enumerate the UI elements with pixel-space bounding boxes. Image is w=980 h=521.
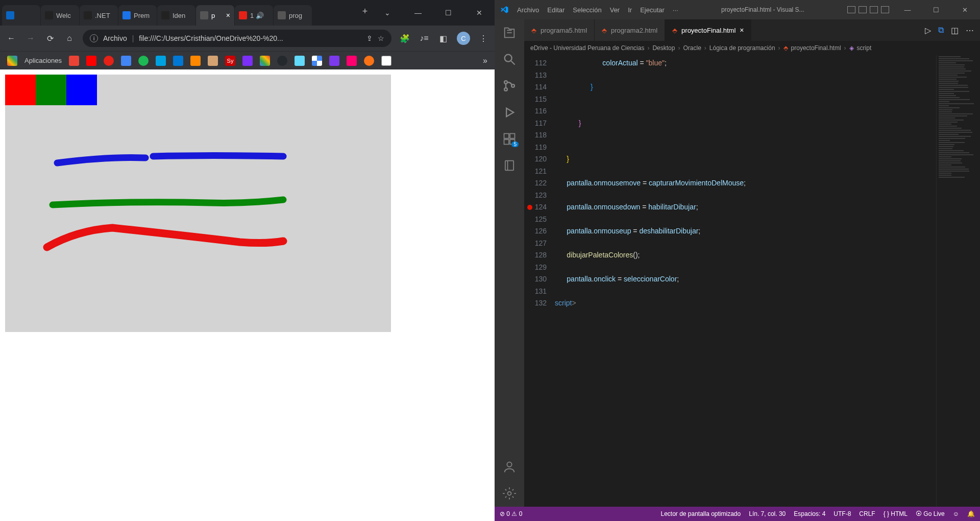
close-button[interactable]: ✕ <box>954 6 975 14</box>
star-icon[interactable]: ☆ <box>378 34 384 42</box>
menu-item[interactable]: Archivo <box>517 6 539 14</box>
close-button[interactable]: ✕ <box>464 3 495 23</box>
status-language[interactable]: { } HTML <box>884 510 908 517</box>
status-eol[interactable]: CRLF <box>859 510 875 517</box>
breadcrumb-segment[interactable]: script <box>857 44 872 52</box>
bookmark-icon[interactable] <box>260 56 270 66</box>
bookmark-icon[interactable]: Sy <box>225 56 235 66</box>
breadcrumb[interactable]: eDrive - Universidad Peruana de Ciencias… <box>524 41 980 55</box>
breadcrumb-segment[interactable]: proyectoFinal.html <box>791 44 841 52</box>
share-icon[interactable]: ⇪ <box>366 34 373 42</box>
apps-icon[interactable] <box>7 56 17 66</box>
minimize-button[interactable]: — <box>897 6 918 14</box>
new-tab-button[interactable]: + <box>358 4 372 18</box>
forward-button[interactable]: → <box>24 32 37 44</box>
bookmark-icon[interactable] <box>156 56 166 66</box>
menu-item[interactable]: ··· <box>673 6 678 14</box>
source-control-icon[interactable] <box>502 79 517 93</box>
menu-item[interactable]: Ejecutar <box>640 6 665 14</box>
split-editor-icon[interactable]: ◫ <box>951 26 959 35</box>
status-feedback-icon[interactable]: ☺ <box>953 510 959 517</box>
code-content[interactable]: colorActual = "blue"; } } } pantalla.onm… <box>555 55 936 507</box>
bookmark-icon[interactable] <box>190 56 201 66</box>
breadcrumb-segment[interactable]: Desktop <box>652 44 675 52</box>
layout-icons[interactable] <box>847 6 889 13</box>
bookmark-icon[interactable] <box>347 56 357 66</box>
overflow-icon[interactable]: » <box>483 56 487 65</box>
breadcrumb-segment[interactable]: Lógica de programación <box>709 44 775 52</box>
breakpoint-icon[interactable] <box>527 205 532 210</box>
code-editor[interactable]: 1121131141151161171181191201211221231241… <box>524 55 980 507</box>
extensions-icon[interactable]: 🧩 <box>399 32 411 44</box>
status-encoding[interactable]: UTF-8 <box>834 510 851 517</box>
browser-tab[interactable]: prog <box>274 5 312 26</box>
back-button[interactable]: ← <box>5 32 17 44</box>
status-errors[interactable]: ⊘ 0 ⚠ 0 <box>500 510 522 517</box>
chevron-down-icon[interactable]: ⌄ <box>372 3 403 23</box>
menu-item[interactable]: Selección <box>573 6 601 14</box>
reload-button[interactable]: ⟳ <box>44 32 56 44</box>
editor-tab[interactable]: ⬘programa2.html <box>595 19 665 41</box>
settings-gear-icon[interactable] <box>502 486 517 501</box>
bookmark-icon[interactable] <box>295 56 305 66</box>
bookmark-icon[interactable] <box>312 56 322 66</box>
run-icon[interactable]: ▷ <box>925 26 931 35</box>
explorer-icon[interactable] <box>502 26 517 40</box>
status-bell-icon[interactable]: 🔔 <box>967 510 975 517</box>
menu-icon[interactable]: ⋮ <box>477 32 489 44</box>
browser-tab[interactable]: Iden <box>157 5 195 26</box>
bookmark-icon[interactable] <box>121 56 131 66</box>
run-debug-icon[interactable] <box>502 105 517 120</box>
bookmark-icon[interactable] <box>277 56 287 66</box>
editor-tab[interactable]: ⬘proyectoFinal.html× <box>665 19 751 41</box>
menu-item[interactable]: Ir <box>628 6 632 14</box>
breadcrumb-segment[interactable]: Oracle <box>683 44 701 52</box>
drawing-canvas[interactable] <box>5 75 391 332</box>
editor-tab[interactable]: ⬘programa5.html <box>524 19 595 41</box>
bookmark-icon[interactable] <box>208 56 218 66</box>
minimap[interactable] <box>936 55 980 507</box>
sidepanel-icon[interactable]: ◧ <box>437 32 450 44</box>
close-icon[interactable]: × <box>740 26 744 34</box>
bookmark-icon[interactable] <box>138 56 149 66</box>
browser-tab[interactable]: .NET <box>80 5 118 26</box>
maximize-button[interactable]: ☐ <box>926 6 946 14</box>
home-button[interactable]: ⌂ <box>63 32 76 44</box>
status-cursor[interactable]: Lín. 7, col. 30 <box>749 510 786 517</box>
close-icon[interactable]: × <box>226 11 230 19</box>
bookmark-icon[interactable] <box>364 56 374 66</box>
apps-label[interactable]: Aplicaciones <box>24 57 62 64</box>
breadcrumb-segment[interactable]: eDrive - Universidad Peruana de Ciencias <box>530 44 644 52</box>
media-icon[interactable]: ♪≡ <box>418 32 430 44</box>
info-icon[interactable]: i <box>90 34 98 42</box>
search-icon[interactable] <box>502 52 517 66</box>
status-screenreader[interactable]: Lector de pantalla optimizado <box>660 510 741 517</box>
bookmark-icon[interactable] <box>242 56 253 66</box>
browser-tab[interactable]: Prem <box>118 5 157 26</box>
extensions-icon[interactable]: 5 <box>502 132 517 146</box>
account-icon[interactable] <box>502 460 517 474</box>
profile-avatar[interactable]: C <box>457 32 470 45</box>
bookmark-icon[interactable] <box>173 56 183 66</box>
bookmark-icon[interactable] <box>381 56 391 66</box>
maximize-button[interactable]: ☐ <box>433 3 464 23</box>
browser-tab[interactable]: 1 🔊 <box>235 5 273 26</box>
bookmark-icon[interactable] <box>69 56 79 66</box>
book-icon[interactable] <box>502 158 517 173</box>
browser-tab[interactable] <box>2 5 40 26</box>
menu-item[interactable]: Ver <box>610 6 620 14</box>
minimize-button[interactable]: — <box>403 3 433 23</box>
address-bar[interactable]: i Archivo | file:///C:/Users/Cristhian/O… <box>83 30 391 47</box>
bookmark-icon[interactable] <box>329 56 339 66</box>
window-title: proyectoFinal.html - Visual S... <box>721 6 804 13</box>
split-icon[interactable]: ⧉ <box>938 26 944 35</box>
status-golive[interactable]: ⦿ Go Live <box>916 510 945 517</box>
menu-item[interactable]: Editar <box>547 6 565 14</box>
more-icon[interactable]: ⋯ <box>966 26 974 35</box>
html-file-icon: ⬘ <box>672 27 677 34</box>
bookmark-icon[interactable] <box>86 56 96 66</box>
browser-tab[interactable]: p× <box>196 5 234 26</box>
status-spaces[interactable]: Espacios: 4 <box>794 510 825 517</box>
browser-tab[interactable]: Welc <box>41 5 79 26</box>
bookmark-icon[interactable] <box>104 56 114 66</box>
